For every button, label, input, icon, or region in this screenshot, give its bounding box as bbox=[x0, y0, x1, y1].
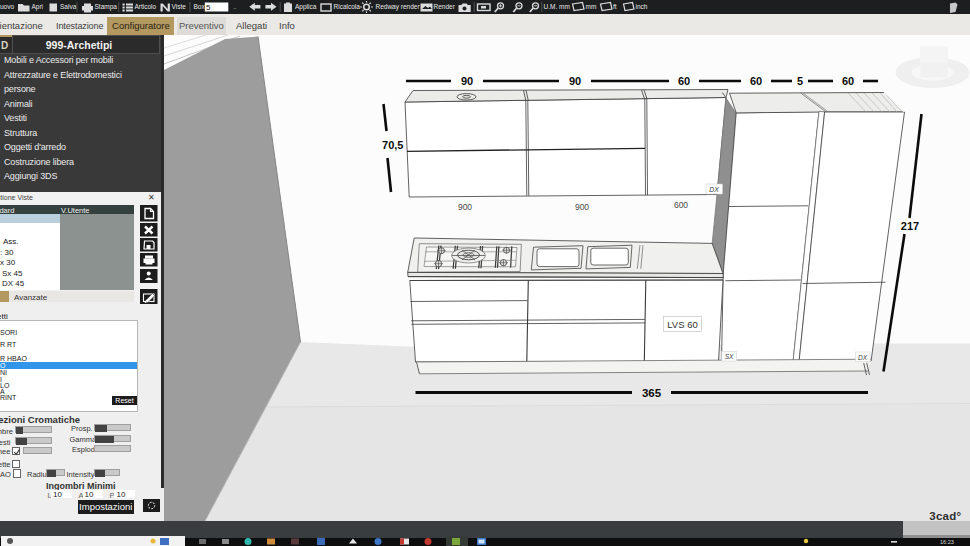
svg-text:900: 900 bbox=[575, 202, 589, 212]
svg-text:3cad°: 3cad° bbox=[929, 510, 961, 522]
svg-text:600: 600 bbox=[674, 200, 688, 210]
svg-text:60: 60 bbox=[842, 75, 854, 87]
svg-text:900: 900 bbox=[458, 202, 472, 212]
svg-text:60: 60 bbox=[678, 75, 690, 87]
svg-text:DX: DX bbox=[858, 354, 868, 361]
svg-text:60: 60 bbox=[750, 75, 762, 87]
svg-text:16:23: 16:23 bbox=[940, 539, 954, 545]
svg-text:365: 365 bbox=[642, 387, 662, 399]
svg-text:LVS 60: LVS 60 bbox=[667, 319, 697, 330]
svg-text:217: 217 bbox=[901, 220, 919, 232]
svg-text:90: 90 bbox=[569, 75, 581, 87]
svg-text:5: 5 bbox=[206, 3, 211, 12]
svg-text:DX: DX bbox=[709, 186, 719, 193]
svg-text:90: 90 bbox=[461, 75, 473, 87]
svg-text:70,5: 70,5 bbox=[382, 139, 403, 151]
svg-text:5: 5 bbox=[797, 75, 803, 87]
svg-text:SX: SX bbox=[725, 353, 734, 360]
